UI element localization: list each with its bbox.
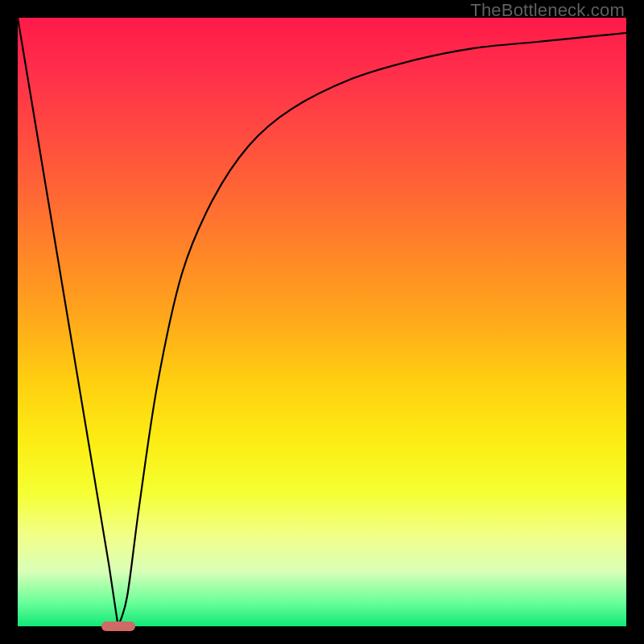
attribution-text: TheBottleneck.com	[470, 0, 625, 21]
bottleneck-curve	[18, 18, 626, 626]
optimal-marker	[101, 621, 135, 631]
chart-frame: TheBottleneck.com	[0, 0, 644, 644]
plot-area	[18, 18, 626, 626]
